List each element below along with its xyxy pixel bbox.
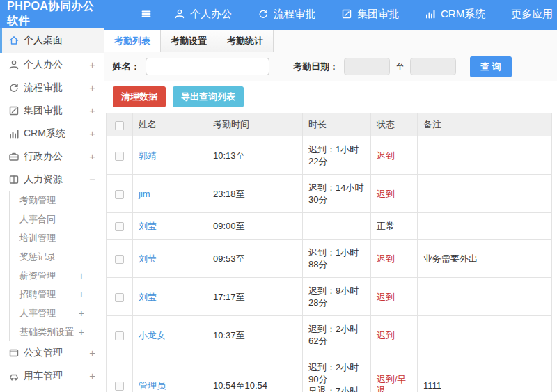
sidebar-item-base-category-settings[interactable]: 基础类别设置+ (10, 322, 104, 341)
duration-line: 迟到：1小时22分 (308, 143, 365, 167)
employee-name-link[interactable]: 刘莹 (139, 253, 157, 264)
row-checkbox[interactable] (115, 190, 124, 199)
name-filter-input[interactable] (146, 58, 269, 75)
tab-attendance-list[interactable]: 考勤列表 (104, 30, 161, 52)
topbar-nav: 个人办公流程审批集团审批CRM系统更多应用 (174, 8, 557, 21)
date-to-input[interactable] (410, 58, 456, 75)
sidebar-item-attendance-management[interactable]: 考勤管理 (10, 191, 104, 210)
attendance-time-cell: 09:00至 (207, 213, 303, 240)
date-to-label: 至 (395, 61, 405, 73)
sidebar-item-personnel-management[interactable]: 人事管理+ (10, 304, 104, 322)
sidebar-item-salary-management[interactable]: 薪资管理+ (10, 266, 104, 285)
nav-workflow-approval[interactable]: 流程审批 (258, 8, 315, 21)
status-cell: 迟到 (371, 175, 418, 213)
employee-name-link[interactable]: jim (139, 189, 150, 199)
nav-group-approval[interactable]: 集团审批 (341, 8, 399, 21)
row-checkbox[interactable] (115, 222, 124, 231)
sidebar-item-reward-punishment[interactable]: 奖惩记录 (10, 247, 104, 266)
attendance-table-body: 郭靖10:13至迟到：1小时22分迟到jim23:18至迟到：14小时30分迟到… (107, 136, 552, 392)
employee-name-link[interactable]: 管理员 (139, 380, 166, 391)
employee-name-link[interactable]: 郭靖 (139, 150, 157, 161)
attendance-table-wrap: 姓名 考勤时间 时长 状态 备注 郭靖10:13至迟到：1小时22分迟到jim2… (104, 113, 557, 392)
duration-line: 迟到：2小时62分 (308, 323, 365, 347)
sidebar-item-label: 行政办公 (24, 150, 63, 163)
collapse-minus-icon[interactable]: − (89, 174, 95, 185)
duration-line: 迟到：14小时30分 (308, 182, 365, 205)
main-layout: 个人桌面个人办公+流程审批+集团审批+CRM系统+行政办公+人力资源−考勤管理人… (0, 28, 557, 392)
status-cell: 迟到 (371, 278, 418, 316)
note-cell (418, 278, 552, 316)
checkbox-cell (107, 213, 133, 240)
expand-plus-icon[interactable]: + (79, 327, 84, 337)
col-header-name: 姓名 (133, 113, 207, 136)
expand-plus-icon[interactable]: + (89, 347, 95, 358)
sidebar-item-group-approval[interactable]: 集团审批+ (0, 99, 104, 122)
expand-plus-icon[interactable]: + (89, 59, 95, 70)
filter-bar: 姓名： 考勤日期： 至 查 询 (104, 52, 557, 81)
nav-more-apps[interactable]: 更多应用 (511, 8, 557, 21)
table-row: 管理员10:54至10:54迟到：2小时90分早退：7小时10分迟到/早退111… (107, 354, 552, 392)
sidebar-item-document-management[interactable]: 公文管理+ (0, 341, 104, 364)
sidebar-item-human-resources[interactable]: 人力资源− (0, 168, 104, 191)
row-checkbox[interactable] (115, 152, 124, 161)
employee-name-link[interactable]: 刘莹 (139, 221, 157, 231)
sidebar-item-personnel-contract[interactable]: 人事合同 (10, 210, 104, 228)
checkbox-cell (107, 175, 133, 213)
sidebar-item-personal-office[interactable]: 个人办公+ (0, 53, 104, 76)
expand-plus-icon[interactable]: + (89, 128, 95, 139)
nav-item-label: CRM系统 (441, 8, 485, 21)
topbar: PHPOA协同办公软件 个人办公流程审批集团审批CRM系统更多应用 (0, 0, 557, 28)
duration-cell: 迟到：2小时62分 (303, 316, 371, 354)
sidebar-item-training-management[interactable]: 培训管理 (10, 228, 104, 247)
sidebar-subitem-label: 奖惩记录 (19, 251, 56, 263)
expand-plus-icon[interactable]: + (79, 308, 84, 318)
sidebar: 个人桌面个人办公+流程审批+集团审批+CRM系统+行政办公+人力资源−考勤管理人… (0, 28, 104, 392)
row-checkbox[interactable] (115, 382, 124, 391)
note-cell (418, 136, 552, 175)
row-checkbox[interactable] (115, 331, 124, 340)
table-row: 刘莹09:53至迟到：1小时88分迟到业务需要外出 (107, 240, 552, 278)
export-list-button[interactable]: 导出查询列表 (173, 86, 244, 107)
expand-plus-icon[interactable]: + (89, 370, 95, 381)
content-area: 考勤列表 考勤设置 考勤统计 姓名： 考勤日期： 至 查 询 清理数据 导出查询… (104, 28, 557, 392)
employee-name-link[interactable]: 小龙女 (139, 330, 166, 340)
tab-attendance-stats[interactable]: 考勤统计 (217, 30, 274, 52)
menu-icon[interactable] (141, 8, 152, 19)
briefcase-icon (8, 151, 19, 162)
row-checkbox[interactable] (115, 293, 124, 302)
edit-icon (341, 8, 352, 19)
tab-attendance-settings[interactable]: 考勤设置 (161, 30, 217, 52)
table-row: 刘莹17:17至迟到：9小时28分迟到 (107, 278, 552, 316)
clean-data-button[interactable]: 清理数据 (113, 86, 166, 107)
row-checkbox[interactable] (115, 255, 124, 264)
name-cell: 刘莹 (133, 213, 207, 240)
checkbox-cell (107, 240, 133, 278)
chart-icon (8, 128, 19, 139)
sidebar-item-admin-office[interactable]: 行政办公+ (0, 145, 104, 168)
sidebar-item-recruitment-management[interactable]: 招聘管理+ (10, 285, 104, 304)
sidebar-item-label: 公文管理 (24, 347, 63, 359)
table-row: 郭靖10:13至迟到：1小时22分迟到 (107, 136, 552, 175)
date-from-input[interactable] (344, 58, 390, 75)
expand-plus-icon[interactable]: + (89, 151, 95, 162)
search-button[interactable]: 查 询 (470, 56, 512, 77)
status-cell: 迟到 (371, 136, 418, 175)
sidebar-item-workflow-approval[interactable]: 流程审批+ (0, 76, 104, 99)
sidebar-item-vehicle-management[interactable]: 用车管理+ (0, 364, 104, 387)
sidebar-item-label: 流程审批 (24, 81, 63, 94)
expand-plus-icon[interactable]: + (89, 105, 95, 116)
sidebar-item-crm-system[interactable]: CRM系统+ (0, 122, 104, 145)
nav-crm-system[interactable]: CRM系统 (425, 8, 485, 21)
attendance-time-cell: 23:18至 (207, 175, 303, 213)
select-all-checkbox[interactable] (115, 121, 124, 130)
duration-cell: 迟到：1小时88分 (303, 240, 371, 278)
sidebar-subitem-label: 考勤管理 (19, 194, 56, 207)
duration-cell (303, 213, 371, 240)
nav-personal-office[interactable]: 个人办公 (174, 8, 232, 21)
sidebar-item-personal-desktop[interactable]: 个人桌面 (0, 28, 104, 53)
user-icon (8, 59, 19, 70)
expand-plus-icon[interactable]: + (79, 290, 84, 299)
expand-plus-icon[interactable]: + (79, 271, 84, 281)
employee-name-link[interactable]: 刘莹 (139, 292, 157, 302)
expand-plus-icon[interactable]: + (89, 82, 95, 93)
